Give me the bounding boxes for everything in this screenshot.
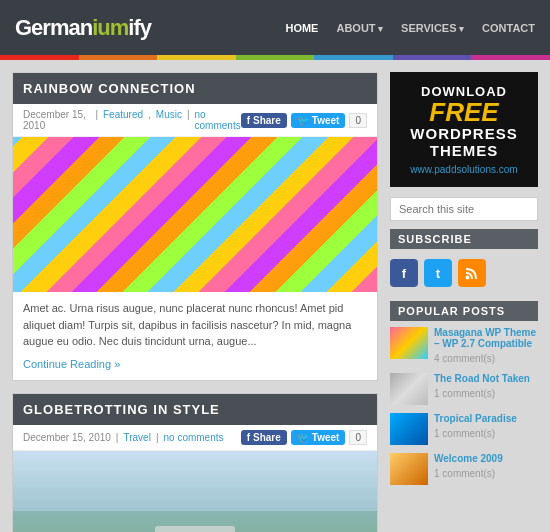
nav-about[interactable]: ABOUT [336, 22, 383, 34]
share-label-2: Share [253, 432, 281, 443]
post-title-bar-1: RAINBOW CONNECTION [13, 73, 377, 104]
post-rainbow-connection: RAINBOW CONNECTION December 15, 2010 | F… [12, 72, 378, 381]
rss-svg [465, 266, 479, 280]
post-image-1 [13, 137, 377, 292]
post-separator-4: | [156, 432, 159, 443]
post-globetrotting: GLOBETROTTING IN STYLE December 15, 2010… [12, 393, 378, 532]
popular-post-3: Tropical Paradise 1 comment(s) [390, 413, 538, 445]
share-label-1: Share [253, 115, 281, 126]
popular-post-2: The Road Not Taken 1 comment(s) [390, 373, 538, 405]
post-title-1: RAINBOW CONNECTION [23, 81, 367, 96]
share-twitter-2[interactable]: 🐦 Tweet [291, 430, 346, 445]
logo-suffix: ify [128, 15, 151, 40]
svg-point-0 [466, 276, 470, 280]
post-image-overlay-1 [13, 137, 377, 292]
post-category-travel[interactable]: Travel [123, 432, 150, 443]
sidebar: DOWNLOAD FREE WORDPRESS THEMES www.padds… [390, 72, 538, 532]
popular-post-comments-4: 1 comment(s) [434, 468, 495, 479]
popular-thumb-4 [390, 453, 428, 485]
popular-thumb-3 [390, 413, 428, 445]
post-category-featured[interactable]: Featured [103, 109, 143, 131]
post-text-1: Amet ac. Urna risus augue, nunc placerat… [23, 300, 367, 350]
post-cat-sep: , [148, 109, 151, 131]
logo-accent: ium [92, 15, 128, 40]
post-date-2: December 15, 2010 [23, 432, 111, 443]
share-count-2: 0 [349, 430, 367, 445]
colorbar-blue [314, 55, 393, 60]
popular-post-info-4: Welcome 2009 1 comment(s) [434, 453, 538, 480]
tw-icon: 🐦 [297, 115, 309, 126]
social-icons: f t [390, 255, 538, 291]
post-date-1: December 15, 2010 [23, 109, 90, 131]
post-separator-2: | [187, 109, 190, 131]
main-nav: HOME ABOUT SERVICES CONTACT [285, 22, 535, 34]
share-buttons-2: f Share 🐦 Tweet 0 [241, 430, 367, 445]
colorbar-yellow [157, 55, 236, 60]
colorbar-orange [79, 55, 158, 60]
colorbar-pink [471, 55, 550, 60]
share-facebook-1[interactable]: f Share [241, 113, 287, 128]
tweet-label-1: Tweet [312, 115, 340, 126]
ad-wordpress: WORDPRESS [402, 125, 526, 142]
popular-post-title-4[interactable]: Welcome 2009 [434, 453, 538, 464]
post-comments-1[interactable]: no comments [195, 109, 241, 131]
share-buttons-1: f Share 🐦 Tweet 0 [241, 113, 367, 128]
popular-post-info-3: Tropical Paradise 1 comment(s) [434, 413, 538, 440]
popular-thumb-2 [390, 373, 428, 405]
colorbar-purple [393, 55, 472, 60]
popular-thumb-1 [390, 327, 428, 359]
nav-services[interactable]: SERVICES [401, 22, 464, 34]
popular-post-info-1: Masagana WP Theme – WP 2.7 Compatible 4 … [434, 327, 538, 365]
logo-text-prefix: German [15, 15, 92, 40]
post-meta-2: December 15, 2010 | Travel | no comments… [13, 425, 377, 451]
share-facebook-2[interactable]: f Share [241, 430, 287, 445]
ad-url: www.paddsolutions.com [402, 164, 526, 175]
popular-post-title-2[interactable]: The Road Not Taken [434, 373, 538, 384]
popular-post-title-3[interactable]: Tropical Paradise [434, 413, 538, 424]
logo: Germaniumify [15, 15, 151, 41]
ad-themes: THEMES [402, 142, 526, 159]
post-title-2: GLOBETROTTING IN STYLE [23, 402, 367, 417]
post-meta-left-1: December 15, 2010 | Featured , Music | n… [23, 109, 241, 131]
search-input[interactable] [390, 197, 538, 221]
sidebar-ad[interactable]: DOWNLOAD FREE WORDPRESS THEMES www.padds… [390, 72, 538, 187]
nav-contact[interactable]: CONTACT [482, 22, 535, 34]
nav-home[interactable]: HOME [285, 22, 318, 34]
fb-icon-2: f [247, 432, 250, 443]
popular-post-comments-2: 1 comment(s) [434, 388, 495, 399]
post-meta-left-2: December 15, 2010 | Travel | no comments [23, 432, 224, 443]
popular-post-comments-3: 1 comment(s) [434, 428, 495, 439]
post-meta-1: December 15, 2010 | Featured , Music | n… [13, 104, 377, 137]
popular-post-comments-1: 4 comment(s) [434, 353, 495, 364]
share-count-1: 0 [349, 113, 367, 128]
post-separator-3: | [116, 432, 119, 443]
tw-icon-2: 🐦 [297, 432, 309, 443]
tweet-label-2: Tweet [312, 432, 340, 443]
page-wrapper: RAINBOW CONNECTION December 15, 2010 | F… [0, 60, 550, 532]
post-category-music[interactable]: Music [156, 109, 182, 131]
subscribe-title: SUBSCRIBE [390, 229, 538, 249]
color-bar [0, 55, 550, 60]
read-more-1[interactable]: Continue Reading [23, 358, 120, 370]
sidebar-search [390, 197, 538, 221]
popular-post-4: Welcome 2009 1 comment(s) [390, 453, 538, 485]
main-content: RAINBOW CONNECTION December 15, 2010 | F… [12, 72, 378, 532]
popular-post-1: Masagana WP Theme – WP 2.7 Compatible 4 … [390, 327, 538, 365]
colorbar-green [236, 55, 315, 60]
rss-icon[interactable] [458, 259, 486, 287]
popular-post-info-2: The Road Not Taken 1 comment(s) [434, 373, 538, 400]
post-image-2 [13, 451, 377, 532]
boat-shape [155, 526, 235, 532]
header: Germaniumify HOME ABOUT SERVICES CONTACT [0, 0, 550, 55]
post-comments-2[interactable]: no comments [163, 432, 223, 443]
ad-free: FREE [402, 99, 526, 125]
share-twitter-1[interactable]: 🐦 Tweet [291, 113, 346, 128]
post-title-bar-2: GLOBETROTTING IN STYLE [13, 394, 377, 425]
fb-icon: f [247, 115, 250, 126]
colorbar-red [0, 55, 79, 60]
popular-post-title-1[interactable]: Masagana WP Theme – WP 2.7 Compatible [434, 327, 538, 349]
facebook-icon[interactable]: f [390, 259, 418, 287]
post-body-1: Amet ac. Urna risus augue, nunc placerat… [13, 292, 377, 380]
popular-posts-title: POPULAR POSTS [390, 301, 538, 321]
twitter-icon[interactable]: t [424, 259, 452, 287]
